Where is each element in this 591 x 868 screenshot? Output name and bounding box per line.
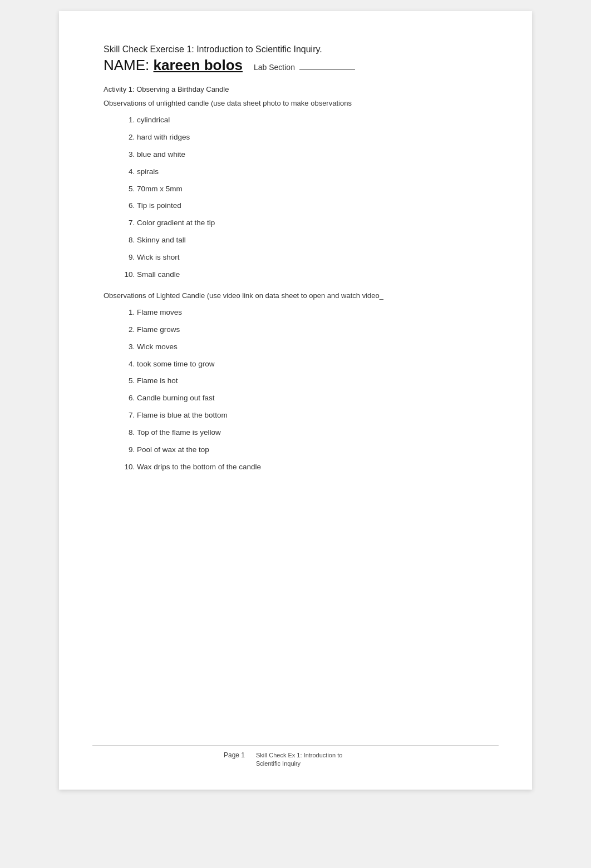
list-item: Flame is blue at the bottom (137, 410, 487, 421)
list-item: Tip is pointed (137, 201, 487, 211)
list-item: 70mm x 5mm (137, 184, 487, 195)
list-item: spirals (137, 167, 487, 177)
name-value: kareen bolos (154, 57, 243, 73)
list-item: Top of the flame is yellow (137, 428, 487, 438)
list-item: Flame moves (137, 307, 487, 318)
list-item: Skinny and tall (137, 235, 487, 246)
list-item: Wick moves (137, 342, 487, 353)
list-item: Flame is hot (137, 376, 487, 386)
name-line: NAME: kareen bolos Lab Section (104, 57, 487, 74)
unlighted-observations-list: cylindrical hard with ridges blue and wh… (104, 115, 487, 280)
list-item: blue and white (137, 150, 487, 160)
lighted-heading: Observations of Lighted Candle (use vide… (104, 291, 487, 300)
list-item: cylindrical (137, 115, 487, 126)
page-container: Skill Check Exercise 1: Introduction to … (59, 11, 532, 790)
activity-title: Activity 1: Observing a Birthday Candle (104, 85, 487, 93)
page-footer: Page 1 Skill Check Ex 1: Introduction to… (92, 745, 499, 767)
lab-section-line (299, 61, 355, 70)
list-item: Wax drips to the bottom of the candle (137, 462, 487, 473)
lab-section-label: Lab Section (254, 63, 295, 72)
list-item: Candle burning out fast (137, 393, 487, 404)
document-title: Skill Check Exercise 1: Introduction to … (104, 44, 487, 54)
list-item: Flame grows (137, 325, 487, 335)
lab-section-area: Lab Section (254, 61, 355, 72)
unlighted-heading: Observations of unlighted candle (use da… (104, 99, 487, 107)
list-item: Small candle (137, 270, 487, 280)
list-item: took some time to grow (137, 359, 487, 370)
lighted-observations-list: Flame moves Flame grows Wick moves took … (104, 307, 487, 473)
list-item: Color gradient at the tip (137, 218, 487, 229)
name-label: NAME: kareen bolos (104, 57, 243, 74)
footer-doc-name: Skill Check Ex 1: Introduction to Scient… (256, 751, 367, 767)
footer-page-number: Page 1 (224, 751, 245, 759)
list-item: Pool of wax at the top (137, 445, 487, 455)
list-item: Wick is short (137, 252, 487, 263)
list-item: hard with ridges (137, 132, 487, 143)
